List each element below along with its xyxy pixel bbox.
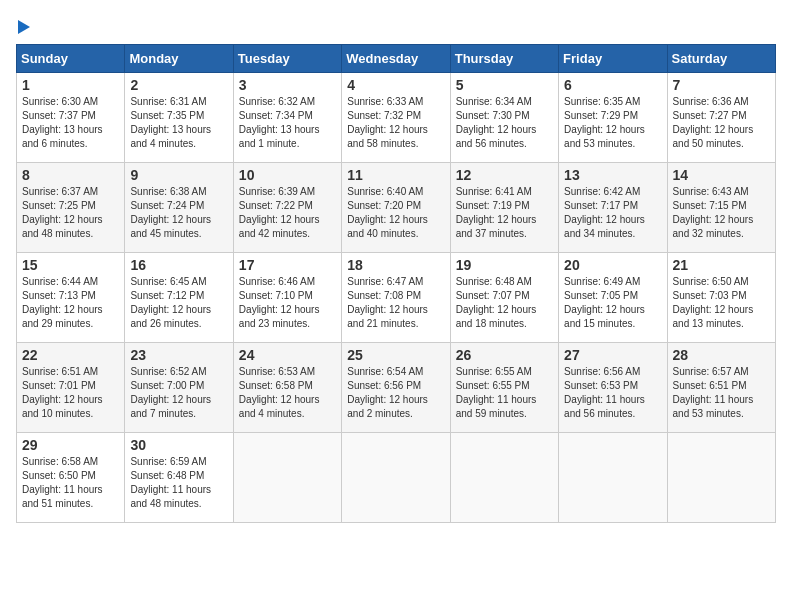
calendar-cell: 9 Sunrise: 6:38 AMSunset: 7:24 PMDayligh… — [125, 163, 233, 253]
day-number: 4 — [347, 77, 444, 93]
day-info: Sunrise: 6:53 AMSunset: 6:58 PMDaylight:… — [239, 366, 320, 419]
day-number: 30 — [130, 437, 227, 453]
day-info: Sunrise: 6:32 AMSunset: 7:34 PMDaylight:… — [239, 96, 320, 149]
day-of-week-header: Friday — [559, 45, 667, 73]
day-info: Sunrise: 6:35 AMSunset: 7:29 PMDaylight:… — [564, 96, 645, 149]
day-of-week-header: Thursday — [450, 45, 558, 73]
day-info: Sunrise: 6:55 AMSunset: 6:55 PMDaylight:… — [456, 366, 537, 419]
calendar-table: SundayMondayTuesdayWednesdayThursdayFrid… — [16, 44, 776, 523]
day-number: 8 — [22, 167, 119, 183]
day-info: Sunrise: 6:39 AMSunset: 7:22 PMDaylight:… — [239, 186, 320, 239]
day-info: Sunrise: 6:40 AMSunset: 7:20 PMDaylight:… — [347, 186, 428, 239]
day-info: Sunrise: 6:38 AMSunset: 7:24 PMDaylight:… — [130, 186, 211, 239]
day-number: 15 — [22, 257, 119, 273]
day-number: 19 — [456, 257, 553, 273]
calendar-cell — [233, 433, 341, 523]
day-number: 20 — [564, 257, 661, 273]
calendar-week-row: 1 Sunrise: 6:30 AMSunset: 7:37 PMDayligh… — [17, 73, 776, 163]
day-info: Sunrise: 6:58 AMSunset: 6:50 PMDaylight:… — [22, 456, 103, 509]
calendar-cell: 27 Sunrise: 6:56 AMSunset: 6:53 PMDaylig… — [559, 343, 667, 433]
day-number: 25 — [347, 347, 444, 363]
calendar-cell: 20 Sunrise: 6:49 AMSunset: 7:05 PMDaylig… — [559, 253, 667, 343]
day-number: 28 — [673, 347, 770, 363]
day-number: 27 — [564, 347, 661, 363]
day-number: 16 — [130, 257, 227, 273]
day-number: 18 — [347, 257, 444, 273]
day-info: Sunrise: 6:31 AMSunset: 7:35 PMDaylight:… — [130, 96, 211, 149]
calendar-cell: 14 Sunrise: 6:43 AMSunset: 7:15 PMDaylig… — [667, 163, 775, 253]
calendar-cell: 21 Sunrise: 6:50 AMSunset: 7:03 PMDaylig… — [667, 253, 775, 343]
calendar-week-row: 15 Sunrise: 6:44 AMSunset: 7:13 PMDaylig… — [17, 253, 776, 343]
day-number: 11 — [347, 167, 444, 183]
day-info: Sunrise: 6:30 AMSunset: 7:37 PMDaylight:… — [22, 96, 103, 149]
day-info: Sunrise: 6:47 AMSunset: 7:08 PMDaylight:… — [347, 276, 428, 329]
day-number: 12 — [456, 167, 553, 183]
day-of-week-header: Tuesday — [233, 45, 341, 73]
calendar-cell: 29 Sunrise: 6:58 AMSunset: 6:50 PMDaylig… — [17, 433, 125, 523]
day-info: Sunrise: 6:54 AMSunset: 6:56 PMDaylight:… — [347, 366, 428, 419]
calendar-cell: 22 Sunrise: 6:51 AMSunset: 7:01 PMDaylig… — [17, 343, 125, 433]
day-number: 26 — [456, 347, 553, 363]
day-info: Sunrise: 6:41 AMSunset: 7:19 PMDaylight:… — [456, 186, 537, 239]
day-of-week-header: Saturday — [667, 45, 775, 73]
calendar-cell: 5 Sunrise: 6:34 AMSunset: 7:30 PMDayligh… — [450, 73, 558, 163]
logo — [16, 16, 30, 34]
day-info: Sunrise: 6:48 AMSunset: 7:07 PMDaylight:… — [456, 276, 537, 329]
day-of-week-header: Sunday — [17, 45, 125, 73]
calendar-cell: 12 Sunrise: 6:41 AMSunset: 7:19 PMDaylig… — [450, 163, 558, 253]
day-info: Sunrise: 6:45 AMSunset: 7:12 PMDaylight:… — [130, 276, 211, 329]
calendar-cell: 13 Sunrise: 6:42 AMSunset: 7:17 PMDaylig… — [559, 163, 667, 253]
calendar-week-row: 22 Sunrise: 6:51 AMSunset: 7:01 PMDaylig… — [17, 343, 776, 433]
calendar-cell: 3 Sunrise: 6:32 AMSunset: 7:34 PMDayligh… — [233, 73, 341, 163]
day-info: Sunrise: 6:51 AMSunset: 7:01 PMDaylight:… — [22, 366, 103, 419]
day-info: Sunrise: 6:52 AMSunset: 7:00 PMDaylight:… — [130, 366, 211, 419]
calendar-cell — [559, 433, 667, 523]
day-info: Sunrise: 6:37 AMSunset: 7:25 PMDaylight:… — [22, 186, 103, 239]
calendar-cell: 6 Sunrise: 6:35 AMSunset: 7:29 PMDayligh… — [559, 73, 667, 163]
day-info: Sunrise: 6:44 AMSunset: 7:13 PMDaylight:… — [22, 276, 103, 329]
calendar-cell: 7 Sunrise: 6:36 AMSunset: 7:27 PMDayligh… — [667, 73, 775, 163]
calendar-cell: 2 Sunrise: 6:31 AMSunset: 7:35 PMDayligh… — [125, 73, 233, 163]
day-info: Sunrise: 6:42 AMSunset: 7:17 PMDaylight:… — [564, 186, 645, 239]
day-of-week-header: Monday — [125, 45, 233, 73]
day-info: Sunrise: 6:43 AMSunset: 7:15 PMDaylight:… — [673, 186, 754, 239]
day-number: 7 — [673, 77, 770, 93]
day-number: 29 — [22, 437, 119, 453]
calendar-cell: 19 Sunrise: 6:48 AMSunset: 7:07 PMDaylig… — [450, 253, 558, 343]
day-number: 5 — [456, 77, 553, 93]
day-info: Sunrise: 6:56 AMSunset: 6:53 PMDaylight:… — [564, 366, 645, 419]
day-number: 22 — [22, 347, 119, 363]
calendar-cell: 18 Sunrise: 6:47 AMSunset: 7:08 PMDaylig… — [342, 253, 450, 343]
day-number: 13 — [564, 167, 661, 183]
day-number: 17 — [239, 257, 336, 273]
calendar-cell: 23 Sunrise: 6:52 AMSunset: 7:00 PMDaylig… — [125, 343, 233, 433]
day-number: 21 — [673, 257, 770, 273]
calendar-cell: 25 Sunrise: 6:54 AMSunset: 6:56 PMDaylig… — [342, 343, 450, 433]
day-info: Sunrise: 6:50 AMSunset: 7:03 PMDaylight:… — [673, 276, 754, 329]
page-header — [16, 16, 776, 34]
calendar-cell: 11 Sunrise: 6:40 AMSunset: 7:20 PMDaylig… — [342, 163, 450, 253]
calendar-week-row: 8 Sunrise: 6:37 AMSunset: 7:25 PMDayligh… — [17, 163, 776, 253]
day-number: 24 — [239, 347, 336, 363]
calendar-week-row: 29 Sunrise: 6:58 AMSunset: 6:50 PMDaylig… — [17, 433, 776, 523]
day-number: 14 — [673, 167, 770, 183]
day-number: 2 — [130, 77, 227, 93]
calendar-cell: 15 Sunrise: 6:44 AMSunset: 7:13 PMDaylig… — [17, 253, 125, 343]
day-number: 6 — [564, 77, 661, 93]
calendar-cell: 30 Sunrise: 6:59 AMSunset: 6:48 PMDaylig… — [125, 433, 233, 523]
day-info: Sunrise: 6:57 AMSunset: 6:51 PMDaylight:… — [673, 366, 754, 419]
calendar-cell: 24 Sunrise: 6:53 AMSunset: 6:58 PMDaylig… — [233, 343, 341, 433]
day-info: Sunrise: 6:59 AMSunset: 6:48 PMDaylight:… — [130, 456, 211, 509]
calendar-cell: 10 Sunrise: 6:39 AMSunset: 7:22 PMDaylig… — [233, 163, 341, 253]
calendar-cell — [450, 433, 558, 523]
day-number: 1 — [22, 77, 119, 93]
day-number: 23 — [130, 347, 227, 363]
day-info: Sunrise: 6:36 AMSunset: 7:27 PMDaylight:… — [673, 96, 754, 149]
calendar-cell — [342, 433, 450, 523]
day-number: 3 — [239, 77, 336, 93]
calendar-cell: 28 Sunrise: 6:57 AMSunset: 6:51 PMDaylig… — [667, 343, 775, 433]
calendar-cell: 16 Sunrise: 6:45 AMSunset: 7:12 PMDaylig… — [125, 253, 233, 343]
day-info: Sunrise: 6:49 AMSunset: 7:05 PMDaylight:… — [564, 276, 645, 329]
calendar-header-row: SundayMondayTuesdayWednesdayThursdayFrid… — [17, 45, 776, 73]
day-info: Sunrise: 6:46 AMSunset: 7:10 PMDaylight:… — [239, 276, 320, 329]
